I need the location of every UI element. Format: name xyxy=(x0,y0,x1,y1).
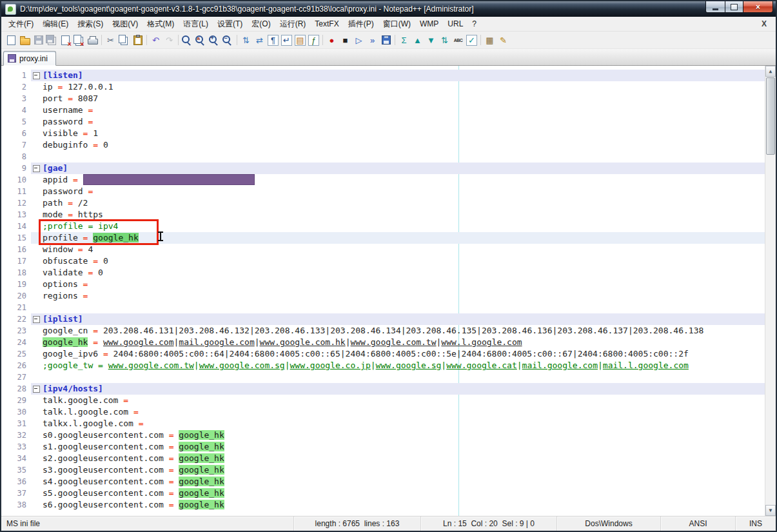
save-all-icon[interactable] xyxy=(45,34,59,46)
spell-check-icon[interactable]: ABC xyxy=(451,34,465,46)
function-list-icon[interactable]: ƒ xyxy=(307,34,320,46)
code-line[interactable]: 19options = xyxy=(1,279,765,290)
print-icon[interactable] xyxy=(86,34,99,46)
sort-lines-icon[interactable]: ⇅ xyxy=(438,34,451,46)
menu-item-language[interactable]: 语言(L) xyxy=(179,17,213,31)
paste-icon[interactable] xyxy=(131,34,144,46)
textfx-sum-icon[interactable]: Σ xyxy=(397,34,411,46)
menu-item-run[interactable]: 运行(R) xyxy=(275,17,311,31)
code-line[interactable]: 24google_hk = www.google.com|mail.google… xyxy=(1,337,765,348)
close-file-icon[interactable] xyxy=(59,34,72,46)
menu-item-search[interactable]: 搜索(S) xyxy=(73,17,108,31)
title-bar[interactable]: D:\tmp\dev_tools\goagent\goagent-goagent… xyxy=(1,1,776,17)
menu-item-edit[interactable]: 编辑(E) xyxy=(38,17,73,31)
cut-icon[interactable]: ✂ xyxy=(104,34,117,46)
code-line[interactable]: 15profile = google_hk xyxy=(1,232,765,244)
code-line[interactable]: 12path = /2 xyxy=(1,197,765,209)
code-line[interactable]: 8 xyxy=(1,151,765,163)
code-line[interactable]: 9[gae] xyxy=(1,163,765,174)
code-line[interactable]: 28[ipv4/hosts] xyxy=(1,383,765,395)
code-line[interactable]: 14;profile = ipv4 xyxy=(1,221,765,232)
scrollbar-thumb[interactable] xyxy=(766,77,775,155)
menu-item-textfx[interactable]: TextFX xyxy=(310,17,343,31)
code-line[interactable]: 22[iplist] xyxy=(1,313,765,325)
code-line[interactable]: 35s3.googleusercontent.com = google_hk xyxy=(1,464,765,476)
code-line[interactable]: 27 xyxy=(1,371,765,383)
code-line[interactable]: 7debuginfo = 0 xyxy=(1,139,765,151)
code-line[interactable]: 26;google_tw = www.google.com.tw|www.goo… xyxy=(1,360,765,371)
menu-item-macro[interactable]: 宏(O) xyxy=(247,17,275,31)
fold-collapse-marker[interactable] xyxy=(33,72,40,79)
code-line[interactable]: 4username = xyxy=(1,104,765,116)
code-line[interactable]: 10appid = xyxy=(1,174,765,186)
menu-item-url[interactable]: URL xyxy=(443,17,467,31)
scroll-down-arrow[interactable]: ▼ xyxy=(765,505,776,516)
close-all-icon[interactable] xyxy=(72,34,86,46)
find-icon[interactable] xyxy=(181,34,194,46)
replace-icon[interactable] xyxy=(194,34,208,46)
code-line[interactable]: 23google_cn = 203.208.46.131|203.208.46.… xyxy=(1,325,765,337)
fold-collapse-marker[interactable] xyxy=(33,165,40,172)
sync-scroll-vertical-icon[interactable]: ⇅ xyxy=(239,34,253,46)
record-macro-icon[interactable]: ● xyxy=(325,34,339,46)
menu-item-plugins[interactable]: 插件(P) xyxy=(344,17,379,31)
minimize-button[interactable] xyxy=(705,1,725,13)
code-line[interactable]: 38s6.googleusercontent.com = google_hk xyxy=(1,499,765,511)
vertical-scrollbar[interactable]: ▲ ▼ xyxy=(765,66,776,516)
code-line[interactable]: 2ip = 127.0.0.1 xyxy=(1,81,765,93)
zoom-out-icon[interactable] xyxy=(221,34,235,46)
run-macro-multiple-icon[interactable]: » xyxy=(366,34,379,46)
code-line[interactable]: 31talkx.l.google.com = xyxy=(1,418,765,429)
code-line[interactable]: 5password = xyxy=(1,116,765,128)
scroll-up-arrow[interactable]: ▲ xyxy=(765,66,776,77)
code-line[interactable]: 32s0.googleusercontent.com = google_hk xyxy=(1,429,765,441)
fold-collapse-marker[interactable] xyxy=(33,316,40,323)
doc-map-icon[interactable]: ▤ xyxy=(293,34,307,46)
word-wrap-icon[interactable]: ↵ xyxy=(280,34,293,46)
maximize-button[interactable] xyxy=(725,1,743,13)
zoom-in-icon[interactable] xyxy=(208,34,221,46)
code-line[interactable]: 37s5.googleusercontent.com = google_hk xyxy=(1,488,765,499)
menu-item-format[interactable]: 格式(M) xyxy=(143,17,179,31)
menu-item-settings[interactable]: 设置(T) xyxy=(213,17,247,31)
code-line[interactable]: 11password = xyxy=(1,186,765,197)
stop-macro-icon[interactable]: ■ xyxy=(339,34,352,46)
code-line[interactable]: 17obfuscate = 0 xyxy=(1,255,765,267)
sync-scroll-horizontal-icon[interactable]: ⇄ xyxy=(253,34,266,46)
menu-item-wmp[interactable]: WMP xyxy=(415,17,443,31)
code-line[interactable]: 1[listen] xyxy=(1,70,765,81)
code-line[interactable]: 30talk.l.google.com = xyxy=(1,406,765,418)
code-line[interactable]: 34s2.googleusercontent.com = google_hk xyxy=(1,453,765,464)
menu-item-window[interactable]: 窗口(W) xyxy=(379,17,415,31)
menu-item-view[interactable]: 视图(V) xyxy=(108,17,143,31)
sort-descending-icon[interactable]: ▼ xyxy=(424,34,438,46)
code-line[interactable]: 13mode = https xyxy=(1,209,765,221)
document-close-button[interactable]: X xyxy=(758,19,771,28)
spell-check-ok-icon[interactable]: ✓ xyxy=(465,34,478,46)
copy-icon[interactable] xyxy=(117,34,131,46)
save-macro-icon[interactable] xyxy=(379,34,393,46)
code-line[interactable]: 21 xyxy=(1,302,765,313)
code-line[interactable]: 20regions = xyxy=(1,290,765,302)
code-line[interactable]: 33s1.googleusercontent.com = google_hk xyxy=(1,441,765,453)
menu-item-file[interactable]: 文件(F) xyxy=(4,17,38,31)
code-line[interactable]: 18validate = 0 xyxy=(1,267,765,279)
edit-pencil-icon[interactable]: ✎ xyxy=(497,34,510,46)
fold-collapse-marker[interactable] xyxy=(33,386,40,393)
code-line[interactable]: 3port = 8087 xyxy=(1,93,765,104)
show-all-characters-icon[interactable]: ¶ xyxy=(266,34,280,46)
tab-proxy-ini[interactable]: proxy.ini xyxy=(3,51,56,66)
undo-icon[interactable]: ↶ xyxy=(149,34,162,46)
save-file-icon[interactable] xyxy=(32,34,45,46)
code-line[interactable]: 25google_ipv6 = 2404:6800:4005:c00::64|2… xyxy=(1,348,765,360)
code-line[interactable]: 36s4.googleusercontent.com = google_hk xyxy=(1,476,765,488)
editor[interactable]: 1[listen]2ip = 127.0.0.13port = 80874use… xyxy=(1,66,776,516)
code-line[interactable]: 6visible = 1 xyxy=(1,128,765,139)
menu-item-help[interactable]: ? xyxy=(467,17,481,31)
code-line[interactable]: 29talk.google.com = xyxy=(1,395,765,406)
redo-icon[interactable]: ↷ xyxy=(162,34,176,46)
close-button[interactable]: × xyxy=(743,1,773,13)
code-line[interactable]: 16window = 4 xyxy=(1,244,765,255)
new-file-icon[interactable] xyxy=(5,34,18,46)
play-macro-icon[interactable]: ▷ xyxy=(352,34,366,46)
